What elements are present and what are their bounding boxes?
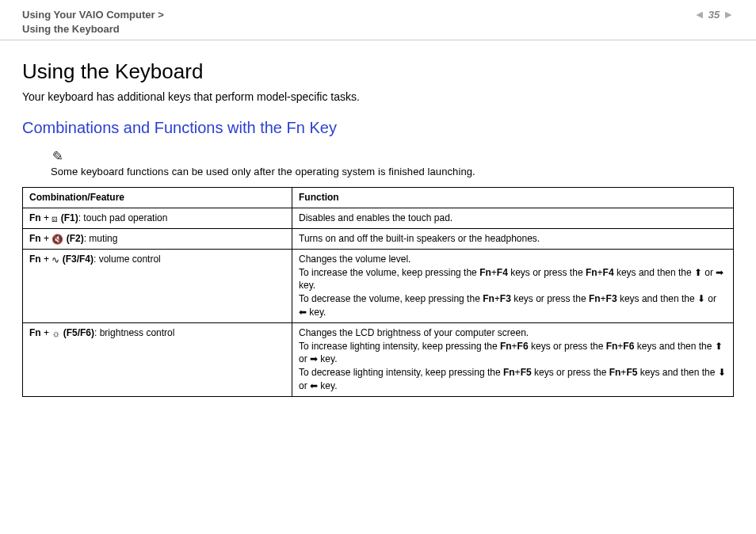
plus-text: + [601,293,606,304]
right-arrow-icon: ➡ [310,353,318,364]
func-text: key. [318,380,337,391]
func-text: To increase the volume, keep pressing th… [299,267,479,278]
or-text: or [299,353,310,364]
key-bold: Fn [609,367,621,378]
function-cell: Disables and enables the touch pad. [292,208,734,229]
mute-icon: 🔇 [52,235,63,244]
breadcrumb: Using Your VAIO Computer > Using the Key… [22,8,164,36]
plus-text: + [515,367,521,378]
plus-text: + [494,293,500,304]
combo-cell: Fn + ⧇ (F1): touch pad operation [23,208,292,229]
or-text: or [702,267,716,278]
content-area: Using the Keyboard Your keyboard has add… [0,40,756,404]
fn-label: Fn [29,254,41,265]
key-bold: F5 [521,367,532,378]
left-arrow-icon: ⬅ [310,380,318,391]
prev-page-icon[interactable]: ◄ [694,8,705,21]
pager: ◄ 35 ► [694,8,734,21]
func-text: keys or press the [529,341,606,352]
fn-label: Fn [29,233,41,244]
note-block: ✎ Some keyboard functions can be used on… [51,148,734,177]
combo-suffix: : brightness control [94,327,174,338]
combo-suffix: : muting [84,233,118,244]
breadcrumb-line2: Using the Keyboard [22,22,164,36]
combo-cell: Fn + ∿ (F3/F4): volume control [23,249,292,322]
key-bold: Fn [479,267,491,278]
function-cell: Changes the volume level. To increase th… [292,249,734,322]
fn-key-table: Combination/Feature Function Fn + ⧇ (F1)… [22,187,734,396]
table-row: Fn + ⧇ (F1): touch pad operation Disable… [23,208,734,229]
key-label: (F2) [63,233,83,244]
page-title: Using the Keyboard [22,59,734,84]
combo-suffix: : volume control [94,254,161,265]
up-arrow-icon: ⬆ [715,341,723,352]
plus-text: + [41,254,52,265]
down-arrow-icon: ⬇ [697,293,705,304]
func-text: To decrease lighting intensity, keep pre… [299,367,503,378]
section-subtitle: Combinations and Functions with the Fn K… [22,119,734,137]
func-text: keys and then the [637,367,717,378]
plus-text: + [512,341,517,352]
fn-label: Fn [29,327,41,338]
func-text: keys or press the [532,367,609,378]
func-text: key. [318,353,337,364]
key-bold: F4 [603,267,614,278]
up-arrow-icon: ⬆ [694,267,702,278]
key-label: (F3/F4) [59,254,94,265]
next-page-icon[interactable]: ► [723,8,734,21]
plus-text: + [41,233,52,244]
func-text: keys or press the [508,267,586,278]
brightness-icon: ☼ [52,329,60,338]
table-row: Fn + ∿ (F3/F4): volume control Changes t… [23,249,734,322]
func-text: keys and then the [617,293,697,304]
plus-text: + [491,267,497,278]
key-label: (F1) [58,212,78,223]
plus-text: + [41,327,52,338]
table-header-row: Combination/Feature Function [23,188,734,208]
func-text: key. [307,307,326,318]
or-text: or [299,380,310,391]
key-bold: Fn [483,293,494,304]
left-arrow-icon: ⬅ [299,307,307,318]
plus-text: + [41,212,52,223]
key-bold: F6 [623,341,634,352]
combo-suffix: : touch pad operation [78,212,168,223]
key-bold: Fn [503,367,515,378]
note-pencil-icon: ✎ [49,147,64,166]
func-text: keys and then the [634,341,714,352]
key-bold: F6 [517,341,529,352]
right-arrow-icon: ➡ [716,267,724,278]
func-text: keys or press the [511,293,589,304]
func-line: Changes the LCD brightness of your compu… [299,327,529,338]
key-bold: Fn [589,293,601,304]
header-function: Function [292,188,734,208]
combo-cell: Fn + 🔇 (F2): muting [23,228,292,249]
func-text: keys and then the [614,267,694,278]
header-bar: Using Your VAIO Computer > Using the Key… [0,0,756,40]
plus-text: + [598,267,603,278]
key-bold: Fn [606,341,618,352]
breadcrumb-line1: Using Your VAIO Computer > [22,8,164,22]
key-bold: Fn [586,267,598,278]
note-text: Some keyboard functions can be used only… [51,166,475,177]
combo-cell: Fn + ☼ (F5/F6): brightness control [23,322,292,396]
table-row: Fn + ☼ (F5/F6): brightness control Chang… [23,322,734,396]
table-row: Fn + 🔇 (F2): muting Turns on and off the… [23,228,734,249]
key-label: (F5/F6) [60,327,94,338]
function-cell: Changes the LCD brightness of your compu… [292,322,734,396]
page-number: 35 [708,9,720,21]
volume-icon: ∿ [52,255,59,265]
key-bold: F4 [497,267,508,278]
key-bold: Fn [500,341,512,352]
key-bold: F3 [500,293,511,304]
header-combination: Combination/Feature [23,188,292,208]
down-arrow-icon: ⬇ [718,367,726,378]
func-text: To decrease the volume, keep pressing th… [299,293,483,304]
intro-text: Your keyboard has additional keys that p… [22,90,734,103]
func-text: key. [299,280,315,291]
func-line: Changes the volume level. [299,254,410,265]
fn-label: Fn [29,212,41,223]
key-bold: F5 [626,367,637,378]
or-text: or [705,293,716,304]
key-bold: F3 [606,293,617,304]
